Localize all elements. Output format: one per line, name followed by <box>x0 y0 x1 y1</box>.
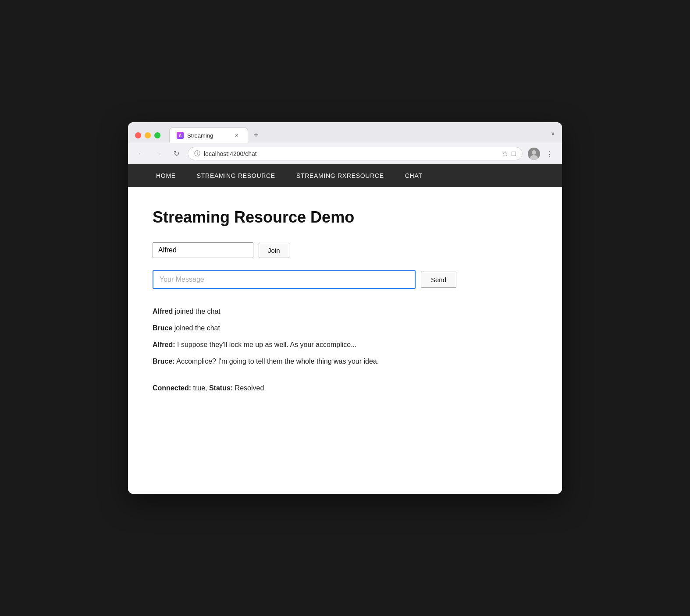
chat-username-1: Alfred <box>153 308 173 315</box>
title-bar: A Streaming × + ∨ <box>128 122 562 143</box>
chat-text-2: joined the chat <box>172 324 220 332</box>
active-tab[interactable]: A Streaming × <box>169 127 248 143</box>
nav-item-streaming-resource[interactable]: STREAMING RESOURCE <box>186 164 286 187</box>
avatar[interactable] <box>528 148 540 160</box>
minimize-traffic-light[interactable] <box>145 132 151 138</box>
chat-text-4: Accomplice? I'm going to tell them the w… <box>175 358 379 365</box>
svg-point-1 <box>532 150 536 155</box>
chat-text-3: I suppose they'll lock me up as well. As… <box>175 341 357 348</box>
address-bar-right: ⋮ <box>528 147 555 160</box>
status-label: Status: <box>209 384 233 392</box>
page-title: Streaming Resource Demo <box>153 208 537 227</box>
status-value: Resolved <box>235 384 264 392</box>
message-section: Send <box>153 270 537 289</box>
chat-username-2: Bruce <box>153 324 172 332</box>
back-button[interactable]: ← <box>135 148 147 160</box>
close-traffic-light[interactable] <box>135 132 141 138</box>
url-bar[interactable]: ⓘ localhost:4200/chat ☆ □ <box>188 147 523 160</box>
extension-icon[interactable]: □ <box>512 150 516 158</box>
nav-item-chat[interactable]: CHAT <box>395 164 433 187</box>
status-line: Connected: true, Status: Resolved <box>153 384 537 392</box>
nav-item-streaming-rxresource[interactable]: STREAMING RXRESOURCE <box>286 164 395 187</box>
url-text: localhost:4200/chat <box>204 150 498 157</box>
chat-text-1: joined the chat <box>173 308 221 315</box>
join-section: Join <box>153 242 537 258</box>
reload-button[interactable]: ↻ <box>170 148 182 160</box>
tab-title: Streaming <box>187 132 229 139</box>
send-button[interactable]: Send <box>421 272 456 288</box>
name-input[interactable] <box>153 242 253 258</box>
tab-favicon: A <box>177 132 184 139</box>
bookmark-star-icon[interactable]: ☆ <box>502 149 508 158</box>
chat-message-1: Alfred joined the chat <box>153 306 537 317</box>
chat-username-4: Bruce: <box>153 358 175 365</box>
address-bar: ← → ↻ ⓘ localhost:4200/chat ☆ □ ⋮ <box>128 143 562 164</box>
main-content: Streaming Resource Demo Join Send Alfred… <box>128 187 562 494</box>
forward-button[interactable]: → <box>153 148 165 160</box>
chat-message-3: Alfred: I suppose they'll lock me up as … <box>153 340 537 350</box>
message-input[interactable] <box>153 270 416 289</box>
new-tab-button[interactable]: + <box>250 129 262 141</box>
chat-message-2: Bruce joined the chat <box>153 323 537 333</box>
maximize-traffic-light[interactable] <box>154 132 160 138</box>
connected-value: true <box>193 384 205 392</box>
tab-close-button[interactable]: × <box>233 131 241 139</box>
tabs-area: A Streaming × + <box>169 127 546 143</box>
nav-item-home[interactable]: HOME <box>146 164 186 187</box>
url-info-icon: ⓘ <box>194 150 200 158</box>
tab-overflow-chevron[interactable]: ∨ <box>551 131 555 137</box>
chat-messages: Alfred joined the chat Bruce joined the … <box>153 306 537 367</box>
browser-window: A Streaming × + ∨ ← → ↻ ⓘ localhost:4200… <box>128 122 562 494</box>
traffic-lights <box>135 132 160 138</box>
chat-username-3: Alfred: <box>153 341 175 348</box>
join-button[interactable]: Join <box>259 243 289 258</box>
chat-message-4: Bruce: Accomplice? I'm going to tell the… <box>153 356 537 367</box>
navigation-bar: HOME STREAMING RESOURCE STREAMING RXRESO… <box>128 164 562 187</box>
connected-label: Connected: <box>153 384 191 392</box>
browser-more-button[interactable]: ⋮ <box>544 147 555 160</box>
